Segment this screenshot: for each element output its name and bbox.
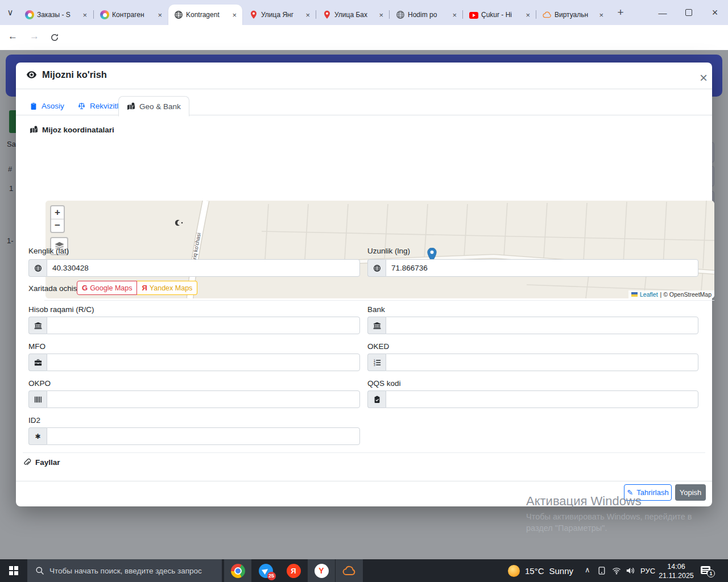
globe-favicon [396, 10, 405, 19]
globe-icon [28, 259, 47, 277]
tab-title: Заказы - S [37, 11, 78, 19]
pencil-icon: ✎ [627, 488, 633, 497]
bank-input[interactable] [386, 317, 698, 334]
tab-separator [93, 10, 94, 19]
reload-icon[interactable] [50, 33, 59, 42]
mfo-field-group [28, 354, 360, 371]
map-marked-icon [30, 126, 38, 134]
mfo-input[interactable] [47, 354, 360, 371]
tab-geo-bank[interactable]: Geo & Bank [118, 96, 189, 117]
forward-icon[interactable]: → [30, 31, 39, 42]
tab-close-icon[interactable]: × [451, 11, 458, 19]
speaker-icon[interactable] [626, 566, 635, 575]
globe-favicon [174, 10, 183, 19]
start-button[interactable] [0, 559, 27, 582]
window-close-button[interactable]: × [706, 7, 723, 18]
hisob-field-group [28, 317, 360, 334]
qqs-field-group [367, 390, 698, 408]
taskbar-yandex-app[interactable]: Я [280, 559, 307, 582]
notification-center-icon[interactable]: 1 [701, 566, 710, 574]
briefcase-icon [28, 354, 47, 371]
tray-device-icon[interactable] [597, 566, 606, 575]
wifi-icon[interactable] [612, 566, 621, 575]
yandex-ya-icon: Я [142, 284, 147, 292]
browser-tab[interactable]: Виртуальн × [537, 5, 609, 25]
date: 21.11.2025 [655, 571, 697, 580]
footer-divider [16, 481, 712, 481]
tab-separator [462, 10, 463, 19]
weather-temp: 15°C [525, 566, 544, 576]
taskbar-chrome[interactable] [224, 559, 251, 582]
lng-field-group [367, 259, 698, 277]
tab-label: Geo & Bank [139, 102, 181, 111]
tab-close-icon[interactable]: × [598, 11, 605, 19]
close-button-label: Yopish [680, 488, 702, 497]
browser-tab[interactable]: Заказы - S × [19, 5, 93, 25]
zoom-in-button[interactable]: + [51, 206, 64, 219]
map-marked-icon [127, 102, 135, 111]
browser-tab-active[interactable]: Kontragent × [168, 5, 242, 25]
lat-input[interactable] [47, 259, 360, 277]
mfo-label: MFO [28, 342, 46, 351]
tab-close-icon[interactable]: × [231, 11, 238, 19]
id2-input[interactable] [47, 427, 360, 445]
window-maximize-button[interactable] [680, 7, 697, 18]
tab-asosiy[interactable]: Asosiy [27, 97, 67, 115]
browser-tab[interactable]: Çukur - Hi × [464, 5, 536, 25]
oked-input[interactable] [386, 354, 698, 371]
zoom-out-button[interactable]: − [51, 219, 64, 232]
tab-close-icon[interactable]: × [156, 11, 163, 19]
leaflet-link[interactable]: Leaflet [640, 291, 658, 298]
osm-credit[interactable]: | © OpenStreetMap [660, 291, 712, 298]
browser-tab[interactable]: Улица Янг × [243, 5, 316, 25]
paperclip-icon [23, 458, 31, 467]
yandex-maps-button[interactable]: Я Yandex Maps [137, 281, 197, 295]
time: 14:06 [655, 562, 697, 571]
tab-close-icon[interactable]: × [81, 11, 88, 19]
windows-logo-icon [9, 566, 18, 575]
map-pin-favicon [249, 10, 258, 19]
yandex-icon: Я [287, 564, 301, 578]
taskbar-search[interactable]: Чтобы начать поиск, введите здесь запрос [27, 559, 222, 582]
map-pin-favicon [322, 10, 332, 19]
tab-close-icon[interactable]: × [524, 11, 531, 19]
taskbar-mail-app[interactable]: 25 [252, 559, 279, 582]
tab-close-icon[interactable]: × [378, 11, 384, 19]
edit-button[interactable]: ✎ Tahrirlash [624, 484, 672, 501]
browser-tab[interactable]: Hodim po × [390, 5, 462, 25]
tray-chevron-icon[interactable]: ∧ [585, 566, 590, 574]
windows-taskbar: Чтобы начать поиск, введите здесь запрос… [0, 559, 728, 582]
open-map-button-group: G Google Maps Я Yandex Maps [77, 281, 197, 295]
hisob-input[interactable] [47, 317, 360, 334]
new-tab-button[interactable]: + [612, 7, 629, 18]
window-minimize-button[interactable]: — [654, 7, 671, 18]
search-icon [35, 566, 44, 575]
okpo-label: OKPO [28, 379, 51, 388]
browser-tab[interactable]: Улица Бах × [317, 5, 389, 25]
bank-icon [28, 317, 47, 334]
tab-search-chevron-icon[interactable]: ∨ [3, 7, 17, 18]
taskbar-yandex-browser[interactable]: Y [308, 559, 335, 582]
tab-close-icon[interactable]: × [304, 11, 311, 19]
coordinates-section-header: Mijoz koordinatalari [30, 126, 114, 134]
tab-label: Asosiy [42, 102, 64, 110]
youtube-favicon [469, 12, 478, 19]
taskbar-cloud-app[interactable] [336, 559, 363, 582]
language-indicator[interactable]: РУС [640, 567, 655, 575]
google-maps-button[interactable]: G Google Maps [77, 281, 137, 295]
qqs-input[interactable] [386, 390, 698, 408]
modal-close-icon[interactable]: × [697, 68, 710, 88]
tab-title: Улица Янг [261, 11, 301, 19]
browser-tab[interactable]: Контраген × [94, 5, 168, 25]
tab-title: Hodim po [408, 11, 448, 19]
lng-label: Uzunlik (lng) [367, 247, 410, 255]
browser-tab-strip: ∨ Заказы - S × Контраген × Kontragent × … [0, 0, 728, 25]
chrome-icon [231, 564, 245, 578]
clock[interactable]: 14:06 21.11.2025 [655, 562, 697, 581]
lng-input[interactable] [386, 259, 698, 277]
taskbar-weather[interactable]: 15°C Sunny [508, 559, 573, 582]
back-icon[interactable]: ← [8, 31, 18, 42]
close-modal-button[interactable]: Yopish [675, 484, 706, 501]
okpo-input[interactable] [47, 390, 360, 408]
edit-button-label: Tahrirlash [636, 488, 668, 497]
